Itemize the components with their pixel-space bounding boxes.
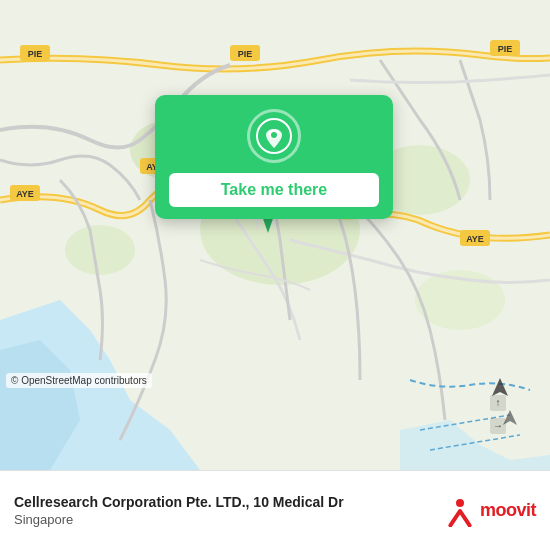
location-info: Cellresearch Corporation Pte. LTD., 10 M… bbox=[14, 494, 434, 527]
svg-point-35 bbox=[271, 132, 277, 138]
moovit-logo: moovit bbox=[444, 495, 536, 527]
svg-text:AYE: AYE bbox=[466, 234, 484, 244]
svg-point-10 bbox=[65, 225, 135, 275]
info-bar: Cellresearch Corporation Pte. LTD., 10 M… bbox=[0, 470, 550, 550]
take-me-there-button[interactable]: Take me there bbox=[169, 173, 379, 207]
map-background: PIE PIE PIE AYE AYE AYE AYE bbox=[0, 0, 550, 470]
location-pin-icon bbox=[247, 109, 301, 163]
location-city: Singapore bbox=[14, 512, 434, 527]
map-view: PIE PIE PIE AYE AYE AYE AYE bbox=[0, 0, 550, 470]
svg-text:PIE: PIE bbox=[498, 44, 513, 54]
svg-text:PIE: PIE bbox=[238, 49, 253, 59]
svg-text:→: → bbox=[493, 420, 503, 431]
location-name: Cellresearch Corporation Pte. LTD., 10 M… bbox=[14, 494, 434, 510]
svg-text:AYE: AYE bbox=[16, 189, 34, 199]
location-card: Take me there bbox=[155, 95, 393, 219]
svg-text:↑: ↑ bbox=[496, 397, 501, 408]
osm-credit: © OpenStreetMap contributors bbox=[6, 373, 152, 388]
svg-text:PIE: PIE bbox=[28, 49, 43, 59]
moovit-label: moovit bbox=[480, 500, 536, 521]
moovit-brand-icon bbox=[444, 495, 476, 527]
svg-point-37 bbox=[456, 499, 464, 507]
